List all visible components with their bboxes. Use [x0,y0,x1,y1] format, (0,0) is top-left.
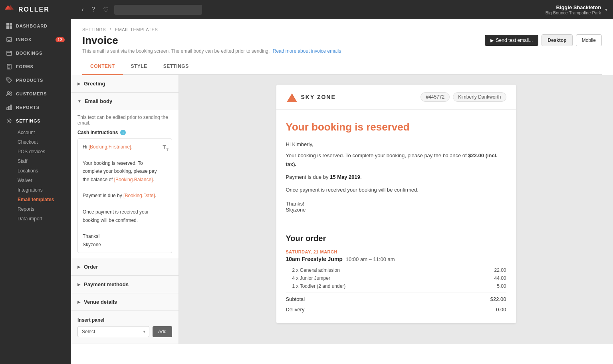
sidebar-sub-item-waiver[interactable]: Waiver [0,176,71,185]
sidebar-item-reports[interactable]: REPORTS [0,101,71,114]
sidebar-item-label-settings: SETTINGS [16,119,40,123]
inbox-icon [6,37,12,42]
email-preview-body: Your booking is reserved Hi Kimberly, Yo… [276,110,516,224]
order-date: SATURDAY, 21 MARCH [286,249,506,254]
order-item-label-1: 2 x General admission [292,267,340,273]
sidebar-sub-item-checkout[interactable]: Checkout [0,137,71,147]
breadcrumb: SETTINGS / EMAIL TEMPLATES [82,27,602,32]
tab-style[interactable]: STYLE [123,59,155,74]
insert-panel-select[interactable]: Select [77,326,149,337]
sidebar-sub-item-email-templates[interactable]: Email templates [0,195,71,204]
sidebar-sub-item-pos[interactable]: POS devices [0,147,71,156]
email-body-description: This text can be edited prior to sending… [77,115,172,126]
order-arrow-icon: ▶ [77,265,81,269]
panel-venue-title: Venue details [84,299,117,305]
content-split: ▶ Greeting ▼ Email body This text can be… [71,75,613,344]
order-line-3: 1 x Toddler (2 and under) 5.00 [286,282,506,290]
view-desktop-button[interactable]: Desktop [542,34,572,46]
delivery-label: Delivery [286,307,305,313]
panel-payment-title: Payment methods [84,281,129,287]
email-preview: SKY ZONE #445772 Kimberly Dankworth Your… [276,85,516,323]
view-mobile-button[interactable]: Mobile [576,34,602,46]
breadcrumb-email-templates[interactable]: EMAIL TEMPLATES [115,27,158,32]
page-header-area: SETTINGS / EMAIL TEMPLATES Invoice ▶ Sen… [71,19,613,75]
sidebar-item-forms[interactable]: FORMS [0,60,71,73]
order-line-1: 2 x General admission 22.00 [286,266,506,274]
tab-content[interactable]: CONTENT [82,59,123,75]
text-editor[interactable]: TT Hi [Booking.Firstname], Your booking … [77,138,172,253]
help-button[interactable]: ? [89,4,97,16]
roller-logo-icon [5,5,16,14]
order-title: Your order [286,234,506,243]
svg-point-15 [8,120,10,122]
subtotal-value: $22.00 [490,296,506,302]
email-signature: Skyzone [286,207,506,213]
order-item-amount-3: 5.00 [497,283,506,289]
editor-line-1: Hi [Booking.Firstname], [83,143,159,151]
panel-order: ▶ Order [71,258,179,276]
breadcrumb-settings[interactable]: SETTINGS [82,27,106,32]
barchart-icon [6,105,12,110]
booking-date-tag: [Booking.Date] [123,193,155,198]
panel-greeting-header[interactable]: ▶ Greeting [71,75,179,92]
cash-instructions-label: Cash instructions [77,130,118,135]
select-wrapper: Select ▼ [77,326,149,337]
page-subtitle: This email is sent via the booking scree… [82,48,602,54]
search-input[interactable] [114,5,202,15]
sidebar-item-settings[interactable]: SETTINGS [0,114,71,128]
sidebar-item-label-reports: REPORTS [16,105,40,110]
header-actions: ▶ Send test email... Desktop Mobile [485,34,602,46]
add-button[interactable]: Add [153,326,172,337]
svg-point-9 [8,79,8,79]
panel-venue: ▶ Venue details [71,293,179,311]
order-item-amount-2: 44.00 [494,275,506,281]
back-button[interactable]: ‹ [79,4,86,16]
email-body-line2: Payment is due by 15 May 2019. [286,173,506,182]
email-heading: Your booking is reserved [286,121,506,133]
email-body-arrow-icon: ▼ [77,99,81,103]
venue-arrow-icon: ▶ [77,300,81,304]
svg-rect-2 [6,23,9,26]
svg-rect-3 [10,23,12,26]
order-item-label-2: 4 x Junior Jumper [292,275,330,281]
event-time: 10:00 am – 11:00 am [346,256,395,262]
svg-rect-12 [7,108,8,110]
sidebar-sub-item-data-import[interactable]: Data import [0,214,71,224]
users-icon [6,91,12,97]
panel-email-body-content: This text can be edited prior to sending… [71,110,179,258]
order-delivery: Delivery -0.00 [286,305,506,314]
tab-settings[interactable]: SETTINGS [155,59,197,74]
email-body-line3: Once payment is received your booking wi… [286,186,506,194]
booking-firstname-tag: [Booking.Firstname] [89,144,131,150]
sidebar-sub-item-integrations[interactable]: Integrations [0,185,71,195]
sidebar-item-label-dashboard: DASHBOARD [16,24,48,28]
panel-email-body-header[interactable]: ▼ Email body [71,93,179,110]
sidebar-item-inbox[interactable]: INBOX 12 [0,33,71,46]
left-panel: ▶ Greeting ▼ Email body This text can be… [71,75,179,344]
send-test-button[interactable]: ▶ Send test email... [485,35,539,46]
order-item-amount-1: 22.00 [494,267,506,273]
sidebar-sub-item-reports-sub[interactable]: Reports [0,204,71,214]
email-body-text2: Payment is due by [286,174,329,180]
sidebar-sub-item-account[interactable]: Account [0,128,71,137]
insert-panel-row: Select ▼ Add [77,326,172,337]
svg-point-10 [8,92,10,94]
panel-greeting: ▶ Greeting [71,75,179,93]
user-menu[interactable]: Biggie Shackleton Big Bounce Trampoline … [546,4,608,15]
page-title: Invoice [82,34,118,47]
text-size-icon[interactable]: TT [163,142,169,153]
panel-order-header[interactable]: ▶ Order [71,258,179,275]
sidebar-item-products[interactable]: PRODUCTS [0,73,71,87]
payment-arrow-icon: ▶ [77,282,81,287]
panel-venue-header[interactable]: ▶ Venue details [71,293,179,311]
panel-payment-header[interactable]: ▶ Payment methods [71,276,179,293]
sidebar-item-customers[interactable]: CUSTOMERS [0,87,71,101]
cash-info-icon[interactable]: i [120,130,126,135]
sidebar-sub-item-locations[interactable]: Locations [0,166,71,176]
sidebar-item-dashboard[interactable]: DASHBOARD [0,19,71,33]
sidebar-sub-item-staff[interactable]: Staff [0,156,71,166]
sidebar-item-bookings[interactable]: BOOKINGS [0,46,71,60]
notifications-button[interactable]: ♡ [101,4,111,16]
send-icon: ▶ [490,38,494,43]
read-more-link[interactable]: Read more about invoice emails [273,48,341,54]
